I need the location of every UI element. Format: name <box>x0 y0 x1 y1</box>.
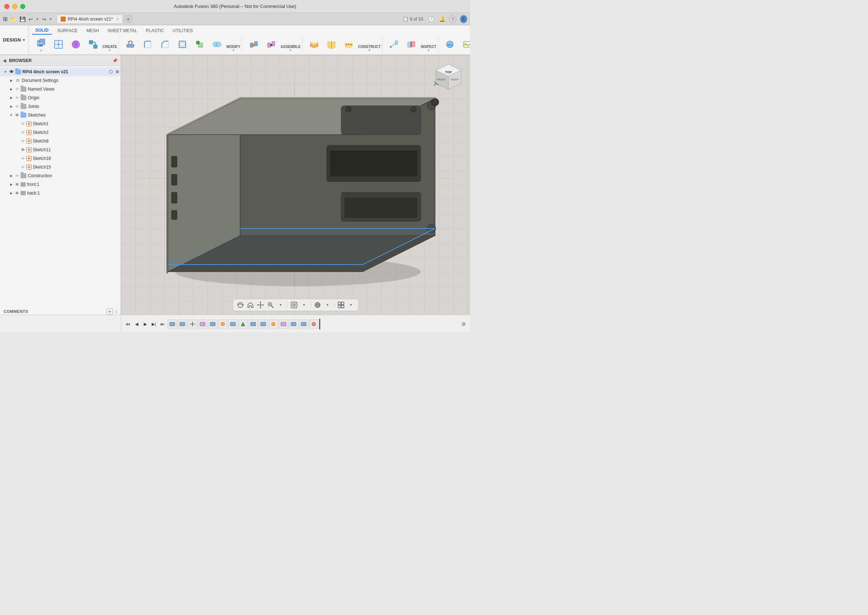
display-mode-btn[interactable] <box>289 301 298 309</box>
close-button[interactable] <box>4 4 9 9</box>
comments-add-button[interactable]: + <box>106 308 113 315</box>
undo-arrow[interactable]: ▼ <box>36 17 39 21</box>
expand-sketches[interactable]: ▼ <box>9 112 14 118</box>
browser-back1[interactable]: ▶ 👁 back:1 <box>0 189 120 197</box>
maximize-button[interactable] <box>20 4 25 9</box>
root-eye-icon[interactable]: 👁 <box>9 69 14 74</box>
chamfer-btn[interactable] <box>157 36 173 53</box>
viewport[interactable]: TOP RIGHT FRONT ▼ <box>121 55 470 315</box>
insert-mcmaster-btn[interactable]: MC <box>442 36 458 53</box>
sketch8-eye-icon[interactable]: 👁 <box>21 139 25 143</box>
tab-surface[interactable]: SURFACE <box>53 27 81 34</box>
document-tab[interactable]: RPi4 4inch screen v21* × <box>57 14 123 24</box>
home-btn[interactable] <box>246 301 255 309</box>
browser-sketch8[interactable]: ▶ 👁 Sketch8 <box>0 137 120 145</box>
pan-btn[interactable] <box>256 301 265 309</box>
browser-root-item[interactable]: ▼ 👁 RPi4 4inch screen v21 ⚙ <box>0 67 120 76</box>
expand-root[interactable]: ▼ <box>3 69 8 74</box>
timeline-last-btn[interactable]: ⏭ <box>159 320 166 328</box>
timeline-item-14[interactable] <box>299 319 308 329</box>
grid-arrow[interactable]: ▼ <box>347 301 355 309</box>
expand-construction[interactable]: ▶ <box>9 173 14 178</box>
window-controls[interactable] <box>4 4 25 9</box>
tab-sheet-metal[interactable]: SHEET METAL <box>104 27 141 34</box>
new-tab-button[interactable]: + <box>124 15 132 23</box>
derive-btn[interactable] <box>85 36 101 53</box>
sketch15-eye-icon[interactable]: 👁 <box>21 165 25 169</box>
timeline-cursor[interactable] <box>319 319 320 329</box>
tab-close-button[interactable]: × <box>117 17 119 21</box>
browser-sketch1[interactable]: ▶ 👁 Sketch1 <box>0 119 120 128</box>
grid-icon[interactable]: ⊞ <box>3 16 8 22</box>
timeline-play-btn[interactable]: ▶ <box>142 320 149 328</box>
version-indicator[interactable]: 📋 6 of 10 <box>403 16 423 22</box>
browser-sketch2[interactable]: ▶ 👁 Sketch2 <box>0 128 120 137</box>
create-form-btn[interactable] <box>68 36 84 53</box>
timeline-item-6[interactable] <box>218 319 227 329</box>
shell-btn[interactable] <box>174 36 190 53</box>
browser-sketches[interactable]: ▼ 👁 Sketches <box>0 111 120 119</box>
create-sketch-btn[interactable] <box>50 36 66 53</box>
expand-front1[interactable]: ▶ <box>9 182 14 187</box>
tab-utilities[interactable]: UTILITIES <box>169 27 196 34</box>
back1-eye-icon[interactable]: 👁 <box>15 191 19 195</box>
sketches-eye-icon[interactable]: 👁 <box>15 113 19 117</box>
timeline-item-2[interactable] <box>178 319 187 329</box>
timeline-item-1[interactable] <box>167 319 177 329</box>
grid-settings-btn[interactable] <box>336 301 345 309</box>
timeline-item-10[interactable] <box>258 319 268 329</box>
construction-eye-icon[interactable]: 👁 <box>15 173 19 178</box>
plane-at-angle-btn[interactable] <box>324 36 339 53</box>
timeline-item-9[interactable] <box>249 319 258 329</box>
root-options[interactable]: ⚙ <box>116 70 119 74</box>
browser-origin[interactable]: ▶ 👁 Origin <box>0 94 120 102</box>
combine-btn[interactable] <box>209 36 225 53</box>
timeline-prev-btn[interactable]: ◀ <box>133 320 140 328</box>
browser-construction[interactable]: ▶ 👁 Construction <box>0 172 120 180</box>
timeline-item-8[interactable] <box>238 319 248 329</box>
browser-pin-button[interactable]: 📌 <box>112 58 118 63</box>
browser-front1[interactable]: ▶ 👁 front:1 <box>0 180 120 189</box>
timeline-item-5[interactable] <box>208 319 217 329</box>
as-built-joint-btn[interactable] <box>263 36 279 53</box>
notifications-icon[interactable]: 🔔 <box>438 16 446 23</box>
fillet-btn[interactable] <box>140 36 156 53</box>
browser-sketch15[interactable]: ▶ 👁 Sketch15 <box>0 163 120 172</box>
new-joint-btn[interactable] <box>246 36 262 53</box>
tab-mesh[interactable]: MESH <box>83 27 103 34</box>
named-views-eye-icon[interactable]: 👁 <box>15 87 19 91</box>
sketch11-eye-icon[interactable]: 👁 <box>21 148 25 152</box>
timeline-item-3[interactable] <box>188 319 197 329</box>
sketch1-eye-icon[interactable]: 👁 <box>21 122 25 126</box>
tab-solid[interactable]: SOLID <box>32 27 52 34</box>
expand-named-views[interactable]: ▶ <box>9 87 14 92</box>
sketch2-eye-icon[interactable]: 👁 <box>21 130 25 134</box>
browser-doc-settings[interactable]: ▶ ⚙ Document Settings <box>0 76 120 85</box>
timeline-first-btn[interactable]: ⏮ <box>124 320 131 328</box>
front1-eye-icon[interactable]: 👁 <box>15 182 19 187</box>
offset-plane-btn[interactable] <box>306 36 322 53</box>
save-icon[interactable]: 💾 <box>19 16 26 22</box>
redo-arrow[interactable]: ▼ <box>49 17 52 21</box>
measure-btn[interactable] <box>386 36 402 53</box>
zoom-btn[interactable] <box>266 301 275 309</box>
help-icon[interactable]: ? <box>449 16 457 23</box>
browser-collapse-arrow[interactable]: ◀ <box>3 58 6 63</box>
zoom-arrow[interactable]: ▼ <box>276 301 285 309</box>
origin-eye-icon[interactable]: 👁 <box>15 96 19 100</box>
timeline-next-btn[interactable]: ▶| <box>150 320 158 328</box>
timeline-item-15[interactable] <box>309 319 319 329</box>
visual-arrow[interactable]: ▼ <box>323 301 332 309</box>
design-button[interactable]: DESIGN ▼ <box>0 25 29 55</box>
browser-sketch18[interactable]: ▶ 👁 Sketch18 <box>0 154 120 163</box>
timeline-item-11[interactable] <box>269 319 278 329</box>
history-icon[interactable]: 🕐 <box>427 16 435 23</box>
new-component-btn[interactable]: ▼ <box>33 36 49 53</box>
expand-origin[interactable]: ▶ <box>9 95 14 100</box>
redo-icon[interactable]: ↪ <box>42 16 46 22</box>
comments-pin-button[interactable]: | <box>116 309 117 314</box>
timeline-item-7[interactable] <box>228 319 238 329</box>
display-arrow[interactable]: ▼ <box>300 301 308 309</box>
expand-doc-settings[interactable]: ▶ <box>9 78 14 83</box>
scale-btn[interactable] <box>192 36 208 53</box>
